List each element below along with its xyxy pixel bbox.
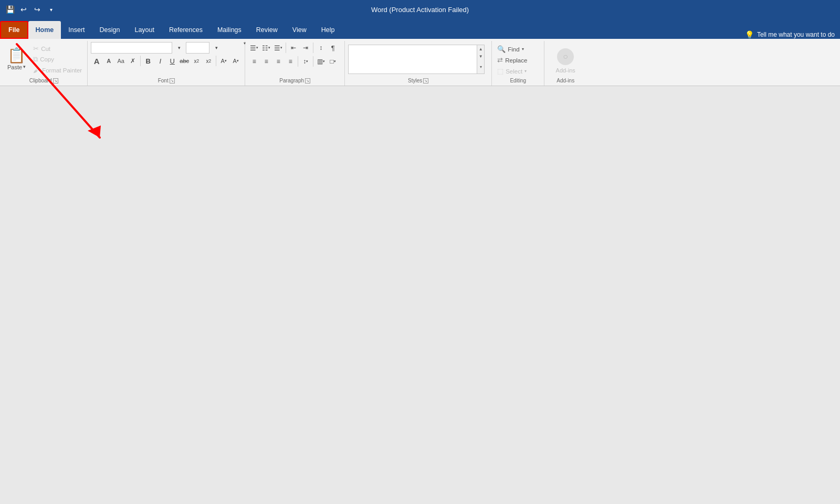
save-qat-button[interactable]: 💾 [4,4,16,15]
increase-indent-button[interactable]: ⇥ [300,42,311,54]
clipboard-group: 📋 Paste ▾ ✂ Cut ⧉ Copy [0,41,88,86]
replace-button[interactable]: ⇄ Replace [495,55,537,65]
numbering-button[interactable]: ☷▾ [260,42,272,54]
qat-more-button[interactable]: ▾ [45,4,57,15]
addins-group-label: Add-ins [548,77,583,86]
tab-review[interactable]: Review [249,21,285,39]
bullets-button[interactable]: ☰▾ [248,42,260,54]
tab-mailings[interactable]: Mailings [210,21,249,39]
clipboard-sub-buttons: ✂ Cut ⧉ Copy 🖌 Format Painter [31,42,84,77]
lightbulb-icon: 💡 [745,30,754,39]
tab-design[interactable]: Design [92,21,128,39]
styles-scrollbar: ▲ ▼ ▾ [477,45,484,74]
font-group: ▾ ▾ A A Aa ✗ B I U ▾ [88,41,245,86]
show-hide-button[interactable]: ¶ [327,42,339,54]
strikethrough-button[interactable]: abc [178,55,190,67]
select-label: Select [506,68,522,75]
clipboard-group-label: Clipboard ↘ [3,77,84,86]
select-button[interactable]: ⬚ Select ▾ [495,66,537,76]
scissors-icon: ✂ [33,45,39,52]
grow-font-button[interactable]: A [91,55,102,67]
paste-dropdown-icon: ▾ [23,64,26,69]
editing-group: 🔍 Find ▾ ⇄ Replace ⬚ Select ▾ Editing [492,41,544,86]
tab-home[interactable]: Home [28,21,61,39]
find-label: Find [508,46,519,52]
align-center-button[interactable]: ≡ [260,56,272,67]
paragraph-group-label: Paragraph ↘ [248,77,341,86]
cut-label: Cut [41,46,50,52]
italic-button[interactable]: I [154,55,166,67]
tab-insert[interactable]: Insert [61,21,92,39]
font-size-dropdown-button[interactable]: ▾ [211,42,222,54]
sort-button[interactable]: ↕ [315,42,327,54]
addins-group: ○ Add-ins Add-ins [544,41,586,86]
ribbon: 📋 Paste ▾ ✂ Cut ⧉ Copy [0,39,840,86]
paragraph-expand-icon[interactable]: ↘ [305,78,310,83]
shrink-font-button[interactable]: A [103,55,114,67]
clear-formatting-button[interactable]: ✗ [127,55,139,67]
superscript-button[interactable]: x2 [203,55,214,67]
select-dropdown-icon: ▾ [524,69,527,74]
copy-button[interactable]: ⧉ Copy [31,54,84,65]
cut-button[interactable]: ✂ Cut [31,44,84,54]
align-left-button[interactable]: ≡ [248,56,260,67]
styles-scroll-down[interactable]: ▼ [477,52,484,60]
underline-button[interactable]: U [166,55,178,67]
find-dropdown-icon: ▾ [522,47,524,51]
window-title: Word (Product Activation Failed) [371,6,469,14]
replace-icon: ⇄ [497,56,503,64]
ribbon-tabs-bar: File Home Insert Design Layout Reference… [0,19,840,39]
borders-button[interactable]: □▾ [327,56,339,67]
document-area[interactable] [0,86,840,504]
font-size-input[interactable] [186,42,209,54]
multilevel-list-button[interactable]: ☰▾ [272,42,284,54]
font-expand-icon[interactable]: ↘ [170,78,175,83]
paragraph-group: ☰▾ ☷▾ ☰▾ ⇤ ⇥ ↕ ¶ ≡ ≡ ≡ ≡ ↕▾ [245,41,345,86]
styles-group: ▲ ▼ ▾ Styles ↘ [345,41,492,86]
format-painter-icon: 🖌 [33,66,40,74]
decrease-indent-button[interactable]: ⇤ [288,42,299,54]
font-color-button[interactable]: A▾ [230,55,242,67]
styles-gallery[interactable]: ▲ ▼ ▾ [348,45,485,74]
format-painter-button[interactable]: 🖌 Format Painter [31,65,84,75]
styles-expand-button[interactable]: ▾ [477,60,484,74]
addins-label: Add-ins [556,67,575,74]
line-spacing-button[interactable]: ↕▾ [300,56,311,67]
tab-file[interactable]: File [0,21,28,39]
subscript-button[interactable]: x2 [191,55,202,67]
font-group-label: Font ↘ [91,77,242,86]
tab-layout[interactable]: Layout [127,21,162,39]
find-button[interactable]: 🔍 Find ▾ [495,44,537,54]
styles-expand-icon[interactable]: ↘ [423,78,428,83]
redo-qat-button[interactable]: ↪ [32,4,43,15]
copy-icon: ⧉ [33,55,38,64]
copy-label: Copy [40,56,54,62]
paste-icon: 📋 [7,48,26,63]
tell-me-label: Tell me what you want to do [757,31,835,38]
shading-button[interactable]: ▥▾ [315,56,327,67]
addins-button: ○ Add-ins [556,48,575,74]
font-name-dropdown-button[interactable]: ▾ [173,42,185,54]
justify-button[interactable]: ≡ [285,56,296,67]
align-right-button[interactable]: ≡ [272,56,284,67]
search-icon: 🔍 [497,45,506,53]
format-painter-label: Format Painter [42,67,82,74]
styles-group-label: Styles ↘ [348,77,488,86]
addins-icon: ○ [557,48,574,65]
clipboard-expand-icon[interactable]: ↘ [53,78,58,83]
paste-label: Paste [7,64,22,70]
change-case-button[interactable]: Aa [115,55,127,67]
font-name-input[interactable] [91,42,172,54]
replace-label: Replace [505,57,527,64]
tab-view[interactable]: View [285,21,314,39]
tab-references[interactable]: References [162,21,210,39]
undo-qat-button[interactable]: ↩ [18,4,29,15]
title-bar: 💾 ↩ ↪ ▾ Word (Product Activation Failed) [0,0,840,19]
bold-button[interactable]: B [142,55,154,67]
tell-me-search[interactable]: 💡 Tell me what you want to do [740,30,840,39]
editing-group-label: Editing [495,77,541,86]
paste-button[interactable]: 📋 Paste ▾ [3,42,30,77]
text-highlight-button[interactable]: A▾ [218,55,229,67]
styles-scroll-up[interactable]: ▲ [477,45,484,52]
tab-help[interactable]: Help [314,21,342,39]
